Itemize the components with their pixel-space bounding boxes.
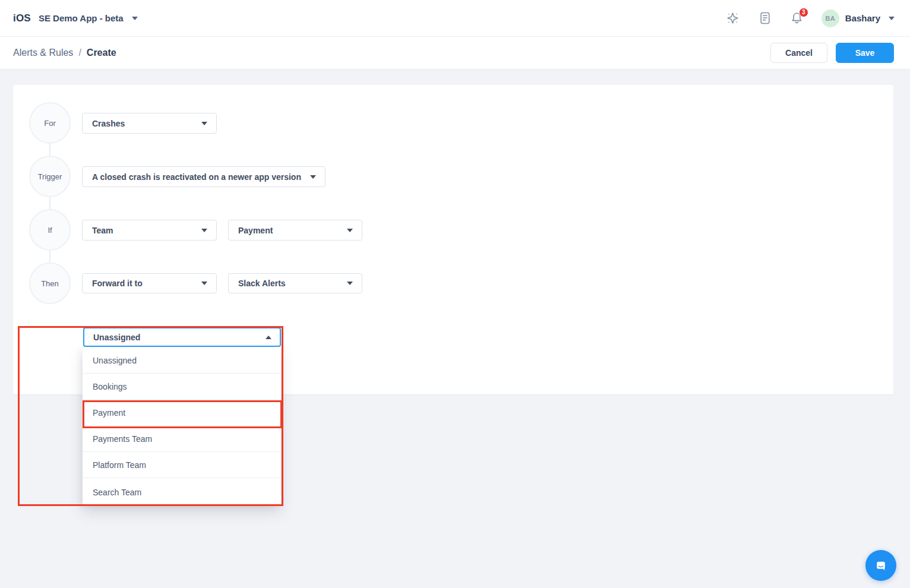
- chevron-down-icon: [201, 229, 207, 232]
- step-connector: [49, 251, 50, 263]
- step-label-trigger: Trigger: [29, 156, 71, 197]
- document-icon: [759, 12, 771, 24]
- app-selector[interactable]: SE Demo App - beta: [39, 13, 138, 23]
- page-header: Alerts & Rules / Create Cancel Save: [0, 37, 910, 69]
- sparkle-icon: [726, 12, 739, 24]
- chevron-down-icon: [889, 17, 895, 20]
- option-search-team[interactable]: Search Team: [83, 478, 281, 506]
- chevron-up-icon: [266, 336, 271, 339]
- chevron-down-icon: [132, 17, 138, 20]
- page-title: Create: [87, 48, 116, 58]
- user-menu[interactable]: BA Bashary: [821, 10, 895, 27]
- save-button[interactable]: Save: [836, 43, 894, 63]
- release-notes-button[interactable]: [749, 7, 781, 30]
- option-payments-team[interactable]: Payments Team: [83, 426, 281, 452]
- breadcrumb-separator: /: [78, 48, 81, 58]
- chat-bubble-icon: [873, 558, 889, 573]
- whats-new-button[interactable]: [717, 7, 749, 30]
- avatar: BA: [821, 10, 839, 27]
- app-name: SE Demo App - beta: [39, 13, 124, 23]
- cancel-button[interactable]: Cancel: [770, 43, 827, 63]
- option-bookings[interactable]: Bookings: [83, 374, 281, 400]
- for-dropdown[interactable]: Crashes: [82, 113, 217, 134]
- chevron-down-icon: [310, 175, 316, 179]
- step-connector: [49, 197, 50, 209]
- step-label-for: For: [29, 102, 71, 144]
- condition-value-dropdown[interactable]: Payment: [228, 220, 362, 241]
- page: iOS SE Demo App - beta: [0, 0, 910, 588]
- top-bar: iOS SE Demo App - beta: [0, 0, 910, 37]
- notifications-button[interactable]: 3: [781, 7, 813, 30]
- option-platform-team[interactable]: Platform Team: [83, 452, 281, 478]
- breadcrumb-alerts-rules[interactable]: Alerts & Rules: [13, 48, 73, 58]
- chevron-down-icon: [201, 282, 207, 285]
- notification-badge: 3: [799, 8, 808, 17]
- step-label-then: Then: [29, 263, 71, 304]
- owned-by-select[interactable]: Unassigned: [83, 327, 281, 347]
- chat-launcher-button[interactable]: [865, 550, 896, 581]
- step-label-if: If: [29, 209, 71, 251]
- owned-by-options-list: Unassigned Bookings Payment Payments Tea…: [83, 347, 281, 506]
- chevron-down-icon: [201, 122, 207, 125]
- action-type-dropdown[interactable]: Forward it to: [82, 273, 217, 293]
- user-name: Bashary: [845, 13, 880, 23]
- option-unassigned[interactable]: Unassigned: [83, 347, 281, 374]
- breadcrumb: Alerts & Rules / Create: [13, 48, 116, 58]
- platform-logo: iOS: [13, 12, 31, 24]
- trigger-dropdown[interactable]: A closed crash is reactivated on a newer…: [82, 166, 326, 187]
- option-payment[interactable]: Payment: [83, 400, 281, 426]
- chevron-down-icon: [347, 282, 353, 285]
- chevron-down-icon: [347, 229, 353, 232]
- step-connector: [49, 144, 50, 156]
- action-target-dropdown[interactable]: Slack Alerts: [228, 273, 362, 293]
- condition-attribute-dropdown[interactable]: Team: [82, 220, 217, 241]
